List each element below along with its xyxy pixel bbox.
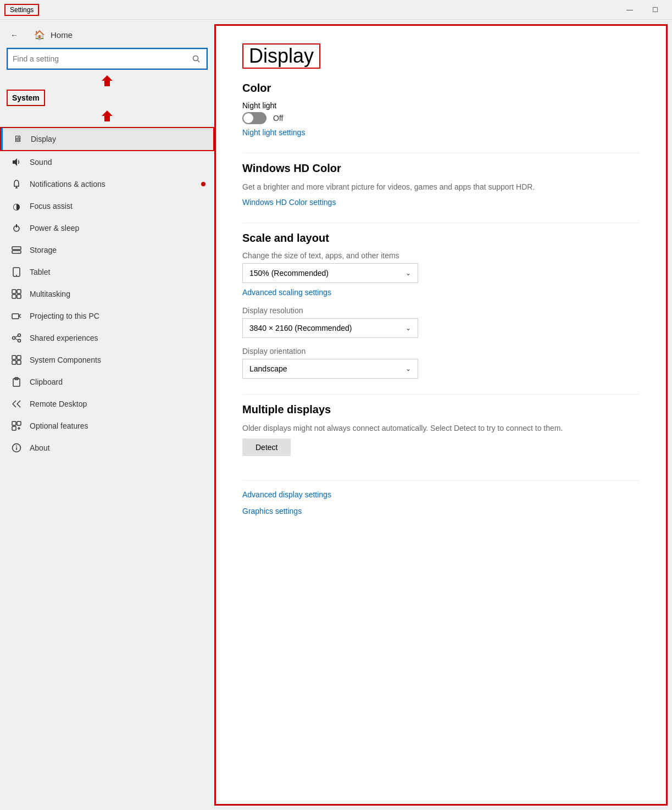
sidebar-item-label-sound: Sound xyxy=(30,158,52,167)
titlebar: Settings — ☐ xyxy=(0,0,672,20)
night-light-toggle-row: Off xyxy=(242,112,640,124)
sidebar-item-remote[interactable]: Remote Desktop xyxy=(0,393,214,415)
sidebar-item-clipboard[interactable]: Clipboard xyxy=(0,371,214,393)
shared-icon xyxy=(11,332,22,343)
projecting-icon xyxy=(11,310,22,321)
orientation-dropdown[interactable]: Landscape ⌄ xyxy=(242,359,418,379)
search-button[interactable] xyxy=(186,49,206,69)
svg-rect-36 xyxy=(17,421,21,425)
optional-icon xyxy=(11,420,22,431)
sidebar-item-label-shared: Shared experiences xyxy=(30,334,98,342)
sidebar-item-display[interactable]: 🖥 Display xyxy=(1,128,213,150)
svg-rect-35 xyxy=(12,421,16,425)
sidebar-item-shared[interactable]: Shared experiences xyxy=(0,327,214,349)
scale-change-label: Change the size of text, apps, and other… xyxy=(242,251,640,260)
svg-line-31 xyxy=(13,401,16,404)
svg-rect-16 xyxy=(17,295,21,298)
svg-rect-37 xyxy=(12,426,16,430)
scale-section-heading: Scale and layout xyxy=(242,232,640,245)
nav-list: 🖥 Display Sound xyxy=(0,127,214,459)
divider-2 xyxy=(242,223,640,223)
night-light-toggle[interactable] xyxy=(242,112,266,124)
sidebar-item-power[interactable]: Power & sleep xyxy=(0,217,214,239)
svg-point-12 xyxy=(16,275,17,276)
svg-rect-25 xyxy=(12,356,16,359)
sidebar-item-label-components: System Components xyxy=(30,356,101,364)
svg-rect-15 xyxy=(12,295,16,298)
sidebar-item-sound[interactable]: Sound xyxy=(0,151,214,173)
power-icon xyxy=(11,223,22,234)
display-orientation-label: Display orientation xyxy=(242,347,640,356)
svg-point-42 xyxy=(16,446,17,447)
sidebar-item-label-display: Display xyxy=(31,135,56,143)
svg-rect-26 xyxy=(17,356,21,359)
sidebar-item-label-about: About xyxy=(30,443,50,452)
night-light-settings-link[interactable]: Night light settings xyxy=(242,128,305,137)
advanced-display-link[interactable]: Advanced display settings xyxy=(242,490,331,499)
home-link[interactable]: 🏠 Home xyxy=(26,24,80,46)
multiple-displays-section: Multiple displays Older displays might n… xyxy=(242,403,640,465)
svg-line-23 xyxy=(15,336,18,337)
sidebar-item-label-storage: Storage xyxy=(30,246,57,254)
sidebar-item-notifications[interactable]: Notifications & actions xyxy=(0,173,214,195)
svg-rect-10 xyxy=(12,251,21,253)
search-input[interactable] xyxy=(8,54,186,63)
svg-marker-3 xyxy=(102,110,113,121)
notifications-icon xyxy=(11,179,22,190)
hd-color-description: Get a brighter and more vibrant picture … xyxy=(242,181,640,193)
svg-rect-9 xyxy=(12,247,21,249)
chevron-down-icon: ⌄ xyxy=(406,269,411,277)
storage-icon xyxy=(11,245,22,256)
sidebar-item-about[interactable]: About xyxy=(0,437,214,459)
svg-line-24 xyxy=(15,339,18,340)
sidebar-item-label-projecting: Projecting to this PC xyxy=(30,312,99,320)
components-icon xyxy=(11,354,22,365)
sidebar-item-multitasking[interactable]: Multitasking xyxy=(0,283,214,305)
toggle-thumb xyxy=(243,113,253,123)
home-label: Home xyxy=(51,30,73,40)
sidebar-item-optional[interactable]: Optional features xyxy=(0,415,214,437)
sidebar-item-components[interactable]: System Components xyxy=(0,349,214,371)
main-content: Display Color Night light Off Night ligh… xyxy=(214,24,668,806)
sidebar-item-label-notifications: Notifications & actions xyxy=(30,180,105,188)
divider-3 xyxy=(242,394,640,395)
back-button[interactable]: ← xyxy=(7,27,22,43)
divider-4 xyxy=(242,480,640,481)
sidebar-item-projecting[interactable]: Projecting to this PC xyxy=(0,305,214,327)
resolution-dropdown[interactable]: 3840 × 2160 (Recommended) ⌄ xyxy=(242,318,418,338)
color-section-heading: Color xyxy=(242,82,640,95)
svg-marker-4 xyxy=(13,158,17,166)
scale-dropdown[interactable]: 150% (Recommended) ⌄ xyxy=(242,263,418,283)
app-container: ← 🏠 Home xyxy=(0,20,672,810)
multiple-displays-heading: Multiple displays xyxy=(242,403,640,416)
svg-point-20 xyxy=(18,334,21,337)
sidebar-item-label-focus: Focus assist xyxy=(30,202,73,210)
svg-rect-14 xyxy=(17,290,21,293)
detect-button[interactable]: Detect xyxy=(242,439,291,456)
system-section-label: System xyxy=(12,93,40,102)
sidebar-item-focus[interactable]: ◑ Focus assist xyxy=(0,195,214,217)
sidebar-item-label-optional: Optional features xyxy=(30,421,88,430)
sidebar-item-storage[interactable]: Storage xyxy=(0,239,214,261)
scale-value: 150% (Recommended) xyxy=(249,269,329,278)
sidebar-item-label-clipboard: Clipboard xyxy=(30,378,63,386)
sound-icon xyxy=(11,157,22,168)
svg-line-32 xyxy=(13,404,16,407)
chevron-down-icon-3: ⌄ xyxy=(406,365,411,373)
multiple-displays-description: Older displays might not always connect … xyxy=(242,423,640,434)
resolution-value: 3840 × 2160 (Recommended) xyxy=(249,324,352,332)
svg-rect-13 xyxy=(12,290,16,293)
hd-color-heading: Windows HD Color xyxy=(242,162,640,175)
svg-line-1 xyxy=(198,60,200,63)
chevron-down-icon-2: ⌄ xyxy=(406,324,411,332)
sidebar-item-tablet[interactable]: Tablet xyxy=(0,261,214,283)
minimize-button[interactable]: — xyxy=(617,2,642,18)
maximize-button[interactable]: ☐ xyxy=(642,2,668,18)
advanced-links: Advanced display settings Graphics setti… xyxy=(242,490,640,516)
graphics-settings-link[interactable]: Graphics settings xyxy=(242,507,302,515)
window-controls: — ☐ xyxy=(617,2,668,18)
sidebar: ← 🏠 Home xyxy=(0,20,214,810)
advanced-scaling-link[interactable]: Advanced scaling settings xyxy=(242,288,331,297)
arrow-annotation-1 xyxy=(7,73,208,88)
hd-color-settings-link[interactable]: Windows HD Color settings xyxy=(242,198,336,207)
